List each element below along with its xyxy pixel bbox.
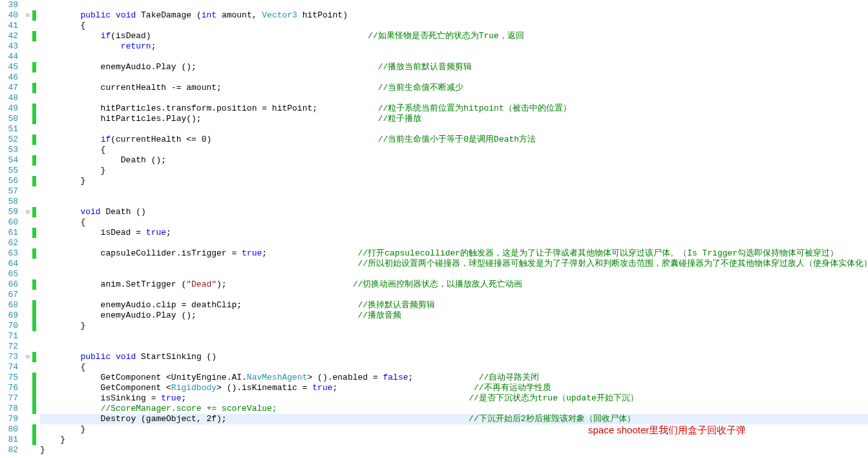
line-number: 76: [0, 383, 18, 393]
line-number-gutter: 3940414243444546474849505152535455565758…: [0, 0, 23, 455]
line-number: 77: [0, 393, 18, 404]
line-number: 60: [0, 217, 18, 228]
line-number: 73: [0, 352, 18, 362]
line-number: 70: [0, 321, 18, 331]
line-number: 44: [0, 52, 18, 62]
code-line[interactable]: }: [40, 166, 868, 176]
code-line[interactable]: enemyAudio.clip = deathClip; //换掉默认音频剪辑: [40, 300, 868, 311]
line-number: 79: [0, 414, 18, 424]
line-number: 42: [0, 31, 18, 41]
code-line[interactable]: GetComponent <Rigidbody> ().isKinematic …: [40, 383, 868, 393]
line-number: 56: [0, 176, 18, 186]
code-line[interactable]: //所以初始设置两个碰撞器，球型碰撞器可触发是为了子弹射入和判断攻击范围，胶囊碰…: [40, 259, 868, 269]
code-line[interactable]: }: [40, 445, 868, 455]
line-number: 65: [0, 269, 18, 279]
line-number: 51: [0, 124, 18, 135]
line-number: 43: [0, 41, 18, 52]
line-number: 82: [0, 445, 18, 455]
line-number: 68: [0, 300, 18, 311]
fold-toggle[interactable]: ⊟: [23, 352, 32, 362]
external-annotation: space shooter里我们用盒子回收子弹: [588, 424, 746, 437]
code-line[interactable]: anim.SetTrigger ("Dead"); //切换动画控制器状态，以播…: [40, 279, 868, 290]
code-line[interactable]: enemyAudio.Play (); //播放音频: [40, 311, 868, 321]
annotation-text: space shooter里我们用盒子回收子弹: [588, 424, 746, 435]
code-line[interactable]: [40, 72, 868, 83]
code-line[interactable]: [40, 238, 868, 248]
line-number: 61: [0, 228, 18, 238]
line-number: 81: [0, 435, 18, 445]
code-line[interactable]: Destroy (gameObject, 2f); //下沉开始后2秒后摧毁该对…: [40, 414, 868, 424]
code-line[interactable]: [40, 124, 868, 135]
line-number: 40: [0, 10, 18, 21]
code-line[interactable]: public void StartSinking (): [40, 352, 868, 362]
code-line[interactable]: isDead = true;: [40, 228, 868, 238]
code-line[interactable]: void Death (): [40, 207, 868, 217]
code-line[interactable]: [40, 186, 868, 197]
fold-column[interactable]: ⊟⊟⊟: [23, 0, 32, 455]
code-line[interactable]: [40, 93, 868, 104]
code-line[interactable]: capsuleCollider.isTrigger = true; //打开ca…: [40, 248, 868, 259]
line-number: 52: [0, 135, 18, 145]
code-line[interactable]: [40, 290, 868, 300]
fold-toggle[interactable]: ⊟: [23, 10, 32, 21]
line-number: 71: [0, 331, 18, 342]
line-number: 67: [0, 290, 18, 300]
line-number: 69: [0, 311, 18, 321]
line-number: 54: [0, 155, 18, 166]
code-line[interactable]: [40, 342, 868, 352]
line-number: 49: [0, 104, 18, 114]
line-number: 53: [0, 145, 18, 155]
code-line[interactable]: public void TakeDamage (int amount, Vect…: [40, 10, 868, 21]
code-line[interactable]: //ScoreManager.score += scoreValue;: [40, 404, 868, 414]
line-number: 74: [0, 362, 18, 373]
line-number: 47: [0, 83, 18, 93]
line-number: 46: [0, 72, 18, 83]
code-line[interactable]: if(currentHealth <= 0) //当前生命值小于等于0是调用De…: [40, 135, 868, 145]
code-line[interactable]: }: [40, 321, 868, 331]
line-number: 64: [0, 259, 18, 269]
code-line[interactable]: [40, 0, 868, 10]
line-number: 66: [0, 279, 18, 290]
code-line[interactable]: {: [40, 145, 868, 155]
code-line[interactable]: }: [40, 176, 868, 186]
code-line[interactable]: currentHealth -= amount; //当前生命值不断减少: [40, 83, 868, 93]
line-number: 58: [0, 197, 18, 207]
line-number: 41: [0, 21, 18, 31]
code-line[interactable]: {: [40, 21, 868, 31]
line-number: 80: [0, 424, 18, 435]
fold-toggle[interactable]: ⊟: [23, 207, 32, 217]
code-line[interactable]: return;: [40, 41, 868, 52]
code-line[interactable]: hitParticles.transform.position = hitPoi…: [40, 104, 868, 114]
code-line[interactable]: [40, 52, 868, 62]
code-line[interactable]: enemyAudio.Play (); //播放当前默认音频剪辑: [40, 62, 868, 72]
line-number: 55: [0, 166, 18, 176]
code-line[interactable]: hitParticles.Play(); //粒子播放: [40, 114, 868, 124]
code-line[interactable]: isSinking = true; //是否下沉状态为true（update开始…: [40, 393, 868, 404]
code-line[interactable]: Death ();: [40, 155, 868, 166]
line-number: 63: [0, 248, 18, 259]
line-number: 75: [0, 373, 18, 383]
line-number: 72: [0, 342, 18, 352]
line-number: 50: [0, 114, 18, 124]
code-line[interactable]: if(isDead) //如果怪物是否死亡的状态为True，返回: [40, 31, 868, 41]
code-line[interactable]: [40, 197, 868, 207]
code-editor[interactable]: 3940414243444546474849505152535455565758…: [0, 0, 868, 455]
code-line[interactable]: GetComponent <UnityEngine.AI.NavMeshAgen…: [40, 373, 868, 383]
code-line[interactable]: [40, 331, 868, 342]
line-number: 57: [0, 186, 18, 197]
code-line[interactable]: [40, 269, 868, 279]
line-number: 48: [0, 93, 18, 104]
line-number: 78: [0, 404, 18, 414]
code-area[interactable]: public void TakeDamage (int amount, Vect…: [36, 0, 868, 455]
line-number: 59: [0, 207, 18, 217]
code-line[interactable]: {: [40, 217, 868, 228]
line-number: 39: [0, 0, 18, 10]
code-line[interactable]: {: [40, 362, 868, 373]
line-number: 45: [0, 62, 18, 72]
line-number: 62: [0, 238, 18, 248]
